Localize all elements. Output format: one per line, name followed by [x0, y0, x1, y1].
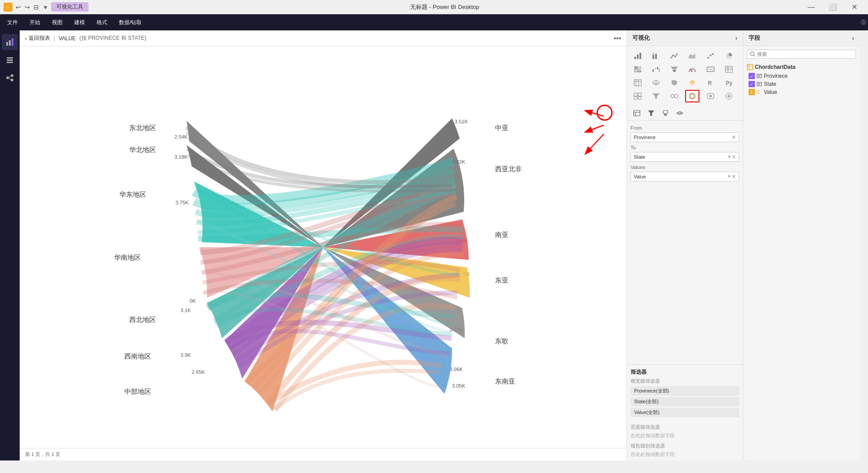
- viz-filter-btn[interactable]: [649, 90, 663, 102]
- window-title: 无标题 - Power BI Desktop: [90, 3, 799, 11]
- values-remove-btn[interactable]: ✕: [732, 173, 736, 180]
- svg-rect-53: [652, 69, 654, 72]
- viz-r-script[interactable]: R: [703, 76, 718, 89]
- search-input[interactable]: [757, 51, 853, 57]
- svg-rect-4: [7, 59, 13, 61]
- svg-rect-54: [655, 68, 656, 69]
- filter-provinece-chip[interactable]: Provinece(全部): [631, 386, 739, 396]
- viz-stacked-bar[interactable]: [631, 50, 645, 62]
- svg-rect-79: [638, 97, 641, 99]
- viz-gauge[interactable]: [685, 63, 699, 76]
- menu-data-drill[interactable]: 数据/钻取: [114, 17, 147, 28]
- right-panels: 可视化 ›: [627, 30, 868, 460]
- svg-rect-49: [634, 66, 638, 70]
- viz-card[interactable]: [703, 63, 718, 76]
- svg-rect-39: [637, 55, 639, 59]
- field-value[interactable]: Σ Σ Value: [747, 88, 856, 96]
- filter-search-icon[interactable]: [631, 108, 643, 118]
- values-label: Values: [631, 164, 739, 171]
- value-field-icon: Σ: [757, 89, 762, 95]
- svg-point-95: [679, 112, 681, 114]
- provinece-checkbox[interactable]: ✓: [749, 73, 755, 79]
- to-value-field[interactable]: State ▾ ✕: [631, 152, 739, 162]
- viz-stacked-bar-2[interactable]: [649, 50, 663, 62]
- viz-line[interactable]: [667, 50, 682, 62]
- filter-eye-icon[interactable]: [673, 108, 686, 118]
- values-value-text: Value: [634, 174, 646, 179]
- nav-data[interactable]: [2, 52, 18, 68]
- page-indicator: 第 1 页，共 1 页: [25, 451, 60, 458]
- svg-rect-50: [639, 66, 641, 70]
- viz-area[interactable]: [685, 50, 699, 62]
- menu-format[interactable]: 格式: [91, 17, 113, 28]
- redo-icon[interactable]: ↪: [23, 3, 31, 11]
- nav-model[interactable]: [2, 70, 18, 86]
- filter-brush-icon[interactable]: [659, 108, 672, 118]
- viz-filled-map[interactable]: [667, 76, 682, 89]
- menu-start[interactable]: 开始: [24, 17, 46, 28]
- viz-add[interactable]: [722, 90, 736, 102]
- viz-custom-3[interactable]: [703, 90, 718, 102]
- viz-chord-selected[interactable]: [685, 90, 699, 102]
- menu-file[interactable]: 文件: [2, 17, 23, 28]
- value-checkbox[interactable]: Σ: [749, 89, 755, 95]
- viz-pie[interactable]: [722, 50, 736, 62]
- svg-point-96: [750, 52, 754, 55]
- viz-ai[interactable]: AI: [685, 76, 699, 89]
- minimize-window-btn[interactable]: —: [801, 0, 821, 14]
- to-dropdown-icon[interactable]: ▾: [728, 154, 731, 160]
- nav-reports[interactable]: [2, 34, 18, 50]
- minimize-icon[interactable]: ⊟: [32, 3, 40, 11]
- page-filter-placeholder: 在此处拖动数据字段: [631, 431, 739, 440]
- filter-value-chip[interactable]: Value(全部): [631, 408, 739, 417]
- viz-scatter[interactable]: [703, 50, 718, 62]
- fields-panel-expand[interactable]: ›: [852, 34, 854, 42]
- svg-text:3.51K: 3.51K: [455, 119, 468, 124]
- viz-treemap[interactable]: [631, 63, 645, 76]
- from-value-field[interactable]: Provinece ✕: [631, 132, 739, 142]
- visual-filter-label: 视觉级筛选器: [631, 378, 739, 384]
- dropdown-icon[interactable]: ▾: [41, 3, 49, 11]
- from-value-text: Provinece: [634, 135, 656, 140]
- menu-model[interactable]: 建模: [69, 17, 90, 28]
- more-options-icon[interactable]: •••: [614, 34, 621, 42]
- field-provinece[interactable]: ✓ Provinece: [747, 72, 856, 80]
- close-window-btn[interactable]: ✕: [844, 0, 864, 14]
- menu-view[interactable]: 视图: [47, 17, 68, 28]
- to-remove-btn[interactable]: ✕: [732, 154, 736, 160]
- svg-text:3.75K: 3.75K: [175, 200, 189, 205]
- back-button[interactable]: ‹ 返回报表: [25, 34, 50, 42]
- svg-rect-43: [655, 54, 657, 59]
- viz-grid[interactable]: [631, 90, 645, 102]
- svg-text:华北地区: 华北地区: [129, 146, 156, 153]
- viz-waterfall[interactable]: [649, 63, 663, 76]
- filter-state-chip[interactable]: State(全部): [631, 397, 739, 406]
- help-icon[interactable]: ⓪: [861, 19, 866, 26]
- svg-text:3.06K: 3.06K: [449, 367, 463, 372]
- from-remove-btn[interactable]: ✕: [732, 134, 736, 140]
- viz-table[interactable]: [722, 63, 736, 76]
- maximize-window-btn[interactable]: ⬜: [822, 0, 843, 14]
- undo-icon[interactable]: ↩: [14, 3, 22, 11]
- svg-rect-55: [657, 67, 658, 69]
- viz-panel-expand[interactable]: ›: [735, 34, 737, 42]
- viz-matrix[interactable]: [631, 76, 645, 89]
- viz-custom-1[interactable]: [667, 90, 682, 102]
- svg-text:东南亚: 东南亚: [495, 378, 515, 385]
- statusbar: 第 1 页，共 1 页: [20, 448, 627, 460]
- state-checkbox[interactable]: ✓: [749, 81, 755, 87]
- svg-text:R: R: [708, 80, 712, 86]
- field-state[interactable]: ✓ State: [747, 80, 856, 88]
- values-dropdown-icon[interactable]: ▾: [728, 173, 731, 180]
- viz-map[interactable]: [649, 76, 663, 89]
- svg-rect-94: [664, 114, 667, 116]
- values-value-field[interactable]: Value ▾ ✕: [631, 172, 739, 182]
- from-group: From Provinece ✕: [631, 124, 739, 142]
- filter-funnel-icon[interactable]: [645, 108, 657, 118]
- viz-funnel[interactable]: [667, 63, 682, 76]
- svg-text:西亚北非: 西亚北非: [495, 165, 522, 173]
- svg-line-59: [690, 69, 692, 72]
- table-node-chordchart[interactable]: ChordchartData: [747, 64, 856, 70]
- viz-python[interactable]: Py: [722, 76, 736, 89]
- svg-rect-42: [652, 53, 654, 55]
